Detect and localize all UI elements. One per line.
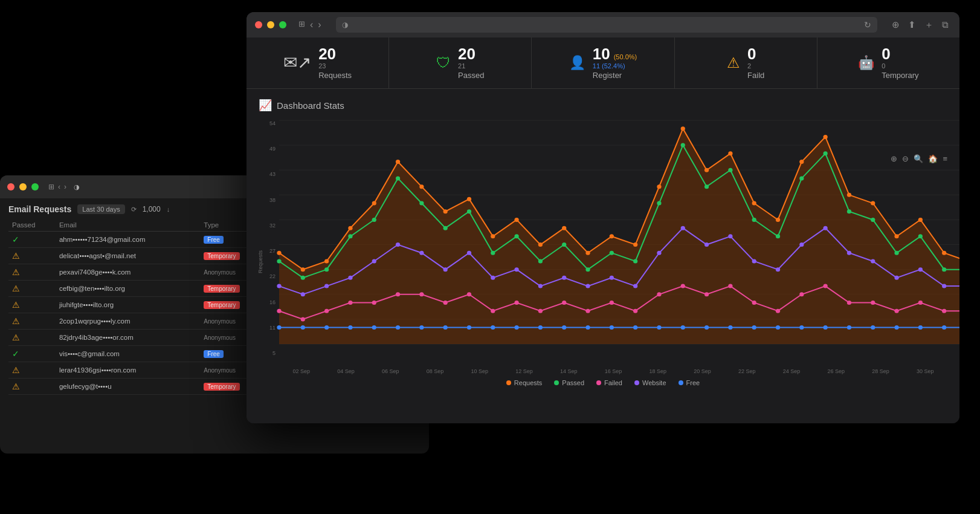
dot-free — [633, 325, 637, 330]
dot-failed — [514, 301, 518, 305]
legend-dot — [634, 380, 639, 385]
dot-requests — [562, 226, 566, 230]
pass-icon: ✓ — [12, 349, 19, 359]
dot-free — [514, 325, 518, 330]
legend-label: Website — [642, 379, 666, 386]
dot-website — [514, 267, 518, 272]
temporary-num: 0 — [882, 46, 890, 62]
requests-info: 20 23 Requests — [318, 46, 352, 80]
refresh-icon[interactable]: ⟳ — [131, 206, 137, 213]
dot-passed — [277, 259, 281, 263]
dot-website — [824, 226, 828, 230]
legend-label: Passed — [562, 379, 584, 386]
titlebar-icons: ⊞ ‹ › ◑ — [48, 183, 80, 191]
reload-icon[interactable]: ↻ — [864, 20, 871, 30]
passed-info: 20 21 Passed — [458, 46, 484, 80]
location-icon[interactable]: ⊕ — [892, 19, 900, 31]
dot-failed — [443, 301, 448, 305]
forward-btn[interactable]: › — [318, 19, 321, 30]
legend-item: Requests — [506, 379, 542, 386]
newtab-icon[interactable]: ＋ — [924, 19, 933, 31]
dot-failed — [324, 309, 329, 313]
dot-requests — [633, 242, 637, 247]
sidebar-toggle[interactable]: ⊞ — [298, 19, 305, 30]
dot-failed — [752, 301, 756, 305]
legend-item: Passed — [554, 379, 584, 386]
dot-passed — [871, 218, 875, 222]
dot-failed — [467, 292, 471, 296]
dot-free — [419, 325, 424, 330]
stat-requests: ✉↗ 20 23 Requests — [247, 37, 389, 88]
dot-website — [728, 234, 732, 238]
chart-legend: RequestsPassedFailedWebsiteFree — [259, 379, 947, 386]
requests-sub: 23 — [318, 62, 326, 70]
dot-free — [491, 325, 495, 330]
y-axis-label: Requests — [257, 250, 263, 273]
dot-requests — [491, 234, 495, 238]
y-label: 54 — [269, 120, 276, 126]
filter-badge[interactable]: Last 30 days — [77, 204, 124, 214]
email-cell: pexavi7408ge••••k.com — [56, 264, 200, 281]
close-dot[interactable] — [7, 183, 15, 190]
status-cell: ⚠ — [8, 362, 56, 379]
dot-failed — [633, 309, 637, 313]
passed-sub: 21 — [458, 62, 465, 70]
stats-row: ✉↗ 20 23 Requests 🛡 20 21 Passed 👤 10 (5… — [247, 37, 959, 89]
passed-label: Passed — [458, 71, 484, 80]
dot-free — [942, 325, 946, 330]
stat-temporary: 🤖 0 0 Temporary — [817, 37, 959, 88]
x-label: 06 Sep — [368, 368, 413, 374]
dot-website — [538, 284, 543, 288]
x-label: 24 Sep — [769, 368, 814, 374]
dot-passed — [514, 234, 518, 238]
dot-website — [324, 284, 329, 288]
status-cell: ⚠ — [8, 379, 56, 395]
dot-website — [776, 267, 780, 272]
x-label: 26 Sep — [814, 368, 859, 374]
passed-num: 20 — [458, 46, 475, 62]
dot-website — [847, 251, 851, 255]
minimize-dot[interactable] — [19, 183, 27, 190]
download-icon[interactable]: ↓ — [167, 206, 170, 213]
dot-free — [396, 325, 400, 330]
email-cell: vis••••c@gmail.com — [56, 346, 200, 362]
warn-icon: ⚠ — [12, 284, 20, 293]
dot-requests — [348, 226, 352, 230]
dot-passed — [610, 251, 614, 255]
dot-free — [657, 325, 661, 330]
url-bar[interactable]: ◑ ↻ — [336, 17, 877, 33]
dot-requests — [443, 209, 448, 213]
forward-icon[interactable]: › — [64, 183, 66, 191]
status-cell: ✓ — [8, 232, 56, 248]
dot-passed — [681, 143, 685, 148]
min-btn[interactable] — [267, 21, 274, 28]
email-cell: jiuhifgte••••ilto.org — [56, 297, 200, 313]
dot-website — [585, 284, 590, 288]
tabs-icon[interactable]: ⧉ — [942, 19, 949, 31]
dot-website — [443, 267, 448, 272]
close-btn[interactable] — [255, 21, 262, 28]
sidebar-icon[interactable]: ⊞ — [48, 183, 54, 191]
back-icon[interactable]: ‹ — [58, 183, 60, 191]
dot-failed — [277, 309, 281, 313]
maximize-dot[interactable] — [31, 183, 39, 190]
dot-passed — [918, 234, 923, 238]
dot-requests — [894, 234, 898, 238]
area-fill — [279, 129, 959, 344]
dot-requests — [324, 259, 329, 263]
dot-requests — [396, 160, 400, 164]
max-btn[interactable] — [279, 21, 286, 28]
dot-failed — [301, 317, 305, 321]
share-icon[interactable]: ⬆ — [908, 19, 916, 31]
email-cell: 2cop1wqrpug••••ly.com — [56, 313, 200, 330]
window-controls — [255, 21, 286, 28]
front-window: ⊞ ‹ › ◑ ↻ ⊕ ⬆ ＋ ⧉ ✉↗ 20 23 Requests — [247, 12, 959, 423]
dot-website — [681, 226, 685, 230]
dot-free — [918, 325, 923, 330]
col-email: Email — [56, 219, 200, 232]
back-btn[interactable]: ‹ — [310, 19, 313, 30]
dot-website — [301, 292, 305, 296]
email-cell: 82jdry4ib3age••••or.com — [56, 330, 200, 346]
dot-failed — [657, 292, 661, 296]
dot-free — [372, 325, 376, 330]
